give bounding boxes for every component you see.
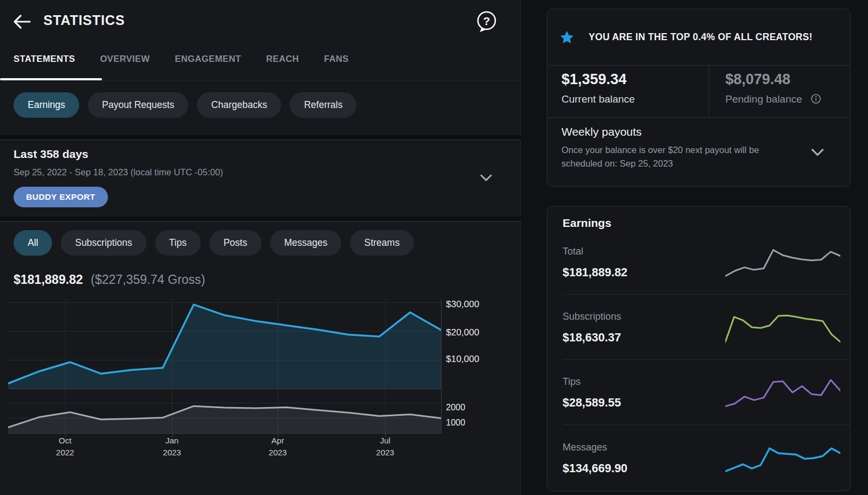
section-divider bbox=[0, 135, 521, 140]
chevron-down-icon bbox=[807, 142, 828, 162]
earnings-chart-area bbox=[8, 299, 441, 433]
chevron-down-icon bbox=[476, 168, 496, 187]
question-bubble-icon: ? bbox=[475, 10, 498, 34]
chip-referrals[interactable]: Referrals bbox=[290, 92, 356, 118]
page-title: STATISTICS bbox=[43, 12, 125, 28]
period-expand-button[interactable] bbox=[475, 167, 497, 189]
y-axis-line bbox=[441, 299, 442, 433]
tab-overview[interactable]: OVERVIEW bbox=[100, 48, 150, 80]
current-balance-label: Current balance bbox=[561, 93, 709, 105]
statements-panel: STATISTICS ? STATEMENTS OVERVIEW ENGAGEM… bbox=[0, 0, 521, 495]
current-balance: $1,359.34 Current balance bbox=[547, 66, 709, 117]
chip-posts[interactable]: Posts bbox=[209, 230, 261, 256]
chip-subscriptions[interactable]: Subscriptions bbox=[61, 230, 146, 256]
x-tick-label-jul-2023: Jul 2023 bbox=[361, 435, 410, 459]
tab-fans[interactable]: FANS bbox=[324, 48, 349, 80]
main-earnings-area-chart bbox=[8, 299, 441, 389]
svg-text:?: ? bbox=[483, 15, 490, 27]
y-tick-label-20000: $20,000 bbox=[446, 327, 479, 338]
pending-balance: $8,079.48 Pending balance bbox=[709, 66, 850, 117]
activity-area-chart bbox=[8, 399, 441, 433]
subscriptions-sparkline bbox=[725, 307, 840, 347]
active-tab-underline bbox=[0, 78, 102, 80]
row-value: $181,889.82 bbox=[563, 266, 628, 280]
chip-chargebacks[interactable]: Chargebacks bbox=[197, 92, 281, 118]
balance-card: YOU ARE IN THE TOP 0.4% OF ALL CREATORS!… bbox=[547, 9, 851, 187]
period-title: Last 358 days bbox=[14, 148, 88, 161]
y-tick-label-10000: $10,000 bbox=[446, 354, 479, 365]
earnings-row-subscriptions: Subscriptions $18,630.37 bbox=[563, 295, 850, 360]
messages-sparkline bbox=[725, 438, 840, 478]
period-date-range: Sep 25, 2022 - Sep 18, 2023 (local time … bbox=[14, 167, 223, 177]
weekly-payouts-title: Weekly payouts bbox=[561, 125, 850, 138]
total-sparkline bbox=[725, 242, 840, 282]
activity-chart-baseline bbox=[8, 433, 441, 434]
tab-statements[interactable]: STATEMENTS bbox=[14, 48, 75, 80]
gross-total: ($227,359.74 Gross) bbox=[91, 272, 205, 287]
statistics-page: STATISTICS ? STATEMENTS OVERVIEW ENGAGEM… bbox=[0, 0, 868, 495]
y-tick-label-30000: $30,000 bbox=[446, 299, 479, 310]
earnings-row-tips: Tips $28,589.55 bbox=[563, 360, 850, 425]
row-value: $28,589.55 bbox=[563, 396, 621, 410]
top-creator-text: YOU ARE IN THE TOP 0.4% OF ALL CREATORS! bbox=[589, 31, 813, 43]
x-tick-label-apr-2023: Apr 2023 bbox=[253, 435, 302, 459]
tab-engagement[interactable]: ENGAGEMENT bbox=[175, 48, 241, 80]
current-balance-value: $1,359.34 bbox=[561, 71, 709, 88]
buddy-export-button[interactable]: BUDDY EXPORT bbox=[14, 187, 108, 207]
chip-payout-requests[interactable]: Payout Requests bbox=[88, 92, 188, 118]
chip-streams[interactable]: Streams bbox=[350, 230, 413, 256]
help-button[interactable]: ? bbox=[475, 10, 498, 34]
chip-tips[interactable]: Tips bbox=[155, 230, 201, 256]
weekly-payouts-section: Weekly payouts Once your balance is over… bbox=[547, 118, 850, 186]
earnings-row-messages: Messages $134,669.90 bbox=[563, 425, 850, 491]
chip-earnings[interactable]: Earnings bbox=[14, 92, 79, 118]
statistics-tabs: STATEMENTS OVERVIEW ENGAGEMENT REACH FAN… bbox=[0, 48, 521, 80]
earnings-total-line: $181,889.82 ($227,359.74 Gross) bbox=[14, 272, 205, 287]
x-tick-label-oct-2022: Oct 2022 bbox=[41, 435, 90, 459]
top-creator-banner: YOU ARE IN THE TOP 0.4% OF ALL CREATORS! bbox=[547, 9, 850, 66]
earnings-row-total: Total $181,889.82 bbox=[563, 230, 850, 295]
balance-sidebar: YOU ARE IN THE TOP 0.4% OF ALL CREATORS!… bbox=[521, 0, 868, 495]
tab-reach[interactable]: REACH bbox=[266, 48, 299, 80]
net-total: $181,889.82 bbox=[14, 272, 83, 287]
row-value: $18,630.37 bbox=[563, 331, 621, 345]
weekly-payouts-expand-button[interactable] bbox=[807, 142, 828, 163]
row-value: $134,669.90 bbox=[563, 462, 628, 475]
main-chart-baseline bbox=[8, 389, 441, 389]
back-button[interactable] bbox=[12, 12, 33, 31]
balance-row: $1,359.34 Current balance $8,079.48 Pend… bbox=[547, 66, 850, 118]
star-icon bbox=[559, 30, 575, 45]
y-tick-label-1000: 1000 bbox=[446, 418, 465, 428]
pending-balance-info-icon[interactable] bbox=[810, 93, 821, 107]
tips-sparkline bbox=[725, 372, 840, 412]
category-filter-chips: All Subscriptions Tips Posts Messages St… bbox=[14, 230, 414, 256]
earnings-card-title: Earnings bbox=[547, 207, 850, 230]
pending-balance-value: $8,079.48 bbox=[725, 71, 850, 88]
earnings-summary-card: Earnings Total $181,889.82 Subscriptions… bbox=[547, 206, 851, 491]
row-label: Messages bbox=[563, 442, 628, 453]
y-tick-label-2000: 2000 bbox=[446, 403, 465, 412]
row-label: Total bbox=[563, 246, 628, 257]
section-divider bbox=[0, 217, 521, 221]
weekly-payouts-description: Once your balance is over $20 next payou… bbox=[561, 143, 789, 170]
pending-balance-label: Pending balance bbox=[725, 93, 850, 107]
arrow-left-icon bbox=[12, 12, 33, 31]
chip-messages[interactable]: Messages bbox=[270, 230, 342, 256]
statement-filter-chips: Earnings Payout Requests Chargebacks Ref… bbox=[14, 92, 356, 118]
row-label: Tips bbox=[563, 376, 621, 388]
chip-all[interactable]: All bbox=[14, 230, 52, 256]
row-label: Subscriptions bbox=[563, 311, 621, 322]
x-tick-label-jan-2023: Jan 2023 bbox=[148, 435, 196, 459]
